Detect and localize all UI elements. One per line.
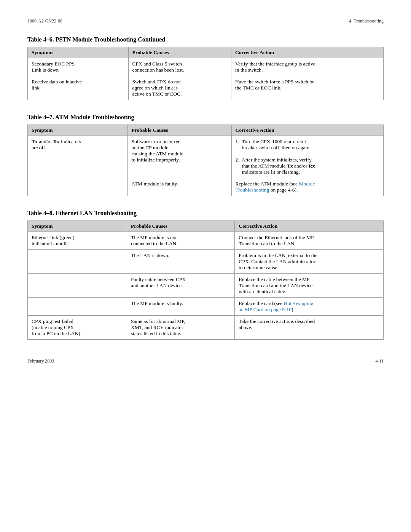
table8-row3-cause: Faulty cable between CPXand another LAN … (127, 274, 234, 298)
footer-left: February 2003 (27, 358, 54, 364)
table-row: ATM module is faulty. Replace the ATM mo… (28, 178, 384, 196)
table7-row1-action: 1. Turn the CPX-1000 rear circuit breake… (231, 136, 383, 178)
table8-col-action: Corrective Action (235, 221, 384, 232)
table6-header-row: Symptom Probable Causes Corrective Actio… (28, 47, 384, 58)
table-row: The MP module is faulty. Replace the car… (28, 298, 384, 316)
footer-right: 4-11 (375, 358, 384, 364)
table8-row2-cause: The LAN is down. (127, 250, 234, 274)
table7-row1-symptom: Tx and/or Rx indicatorsare off. (28, 136, 128, 178)
header-left: 1000-A2-GN22-00 (27, 18, 62, 24)
table8-row4-cause: The MP module is faulty. (127, 298, 234, 316)
table8-row4-symptom (28, 298, 127, 316)
table8-row3-symptom (28, 274, 127, 298)
table6-row1-action: Verify that the interface group is activ… (231, 58, 384, 76)
table8-row1-cause: The MP module is notconnected to the LAN… (127, 232, 234, 250)
table8-row2-symptom (28, 250, 127, 274)
section-table8: Table 4–8. Ethernet LAN Troubleshooting … (27, 210, 384, 340)
table8-title: Table 4–8. Ethernet LAN Troubleshooting (27, 210, 384, 217)
table8-row1-action: Connect the Ethernet jack of the MPTrans… (235, 232, 384, 250)
table7: Symptom Probable Causes Corrective Actio… (27, 125, 384, 196)
table6-col-symptom: Symptom (28, 47, 129, 58)
section-table7: Table 4–7. ATM Module Troubleshooting Sy… (27, 114, 384, 196)
table-row: Secondary EOC PPSLink is down CPX and Cl… (28, 58, 384, 76)
table8-row5-symptom: CPX ping test failed(unable to ping CPXf… (28, 316, 127, 340)
table6-row1-symptom: Secondary EOC PPSLink is down (28, 58, 129, 76)
table6-row2-symptom: Receive data on inactivelink (28, 76, 129, 100)
table6-row2-action: Have the switch force a PPS switch onthe… (231, 76, 384, 100)
table-row: The LAN is down. Problem is in the LAN, … (28, 250, 384, 274)
section-table6: Table 4–6. PSTN Module Troubleshooting C… (27, 36, 384, 100)
table8-col-symptom: Symptom (28, 221, 127, 232)
table8-row5-cause: Same as for abnormal MP,XMT, and RCV ind… (127, 316, 234, 340)
table7-header-row: Symptom Probable Causes Corrective Actio… (28, 125, 384, 136)
hot-swapping-link[interactable]: Hot Swappingan MP Card on page 5-10 (239, 300, 313, 312)
table7-row2-symptom (28, 178, 128, 196)
table7-row1-cause: Software error occurredon the CP module,… (127, 136, 231, 178)
page-header: 1000-A2-GN22-00 4. Troubleshooting (27, 18, 384, 24)
table-row: Receive data on inactivelink Switch and … (28, 76, 384, 100)
table8-col-cause: Probable Causes (127, 221, 234, 232)
table8-row4-action: Replace the card (see Hot Swappingan MP … (235, 298, 384, 316)
table6-col-cause: Probable Causes (128, 47, 231, 58)
table6-col-action: Corrective Action (231, 47, 384, 58)
table-row: Ethernet link (green)indicator is not li… (28, 232, 384, 250)
table7-col-action: Corrective Action (231, 125, 383, 136)
table7-title: Table 4–7. ATM Module Troubleshooting (27, 114, 384, 121)
table8: Symptom Probable Causes Corrective Actio… (27, 220, 384, 340)
table6-row2-cause: Switch and CPX do notagree on which link… (128, 76, 231, 100)
table-row: Faulty cable between CPXand another LAN … (28, 274, 384, 298)
table6-row1-cause: CPX and Class 5 switchconnection has bee… (128, 58, 231, 76)
atm-module-link[interactable]: ModuleTroubleshooting (236, 181, 315, 193)
table-row: Tx and/or Rx indicatorsare off. Software… (28, 136, 384, 178)
table7-col-cause: Probable Causes (127, 125, 231, 136)
table7-row2-cause: ATM module is faulty. (127, 178, 231, 196)
table-row: CPX ping test failed(unable to ping CPXf… (28, 316, 384, 340)
table8-row2-action: Problem is in the LAN, external to theCP… (235, 250, 384, 274)
page-footer: February 2003 4-11 (27, 355, 384, 364)
table6: Symptom Probable Causes Corrective Actio… (27, 47, 384, 100)
table7-col-symptom: Symptom (28, 125, 128, 136)
table8-row1-symptom: Ethernet link (green)indicator is not li… (28, 232, 127, 250)
table8-header-row: Symptom Probable Causes Corrective Actio… (28, 221, 384, 232)
table8-row3-action: Replace the cable between the MPTransiti… (235, 274, 384, 298)
header-right: 4. Troubleshooting (349, 18, 384, 24)
table8-row5-action: Take the corrective actions describedabo… (235, 316, 384, 340)
table6-title: Table 4–6. PSTN Module Troubleshooting C… (27, 36, 384, 43)
table7-row2-action: Replace the ATM module (see ModuleTroubl… (231, 178, 383, 196)
